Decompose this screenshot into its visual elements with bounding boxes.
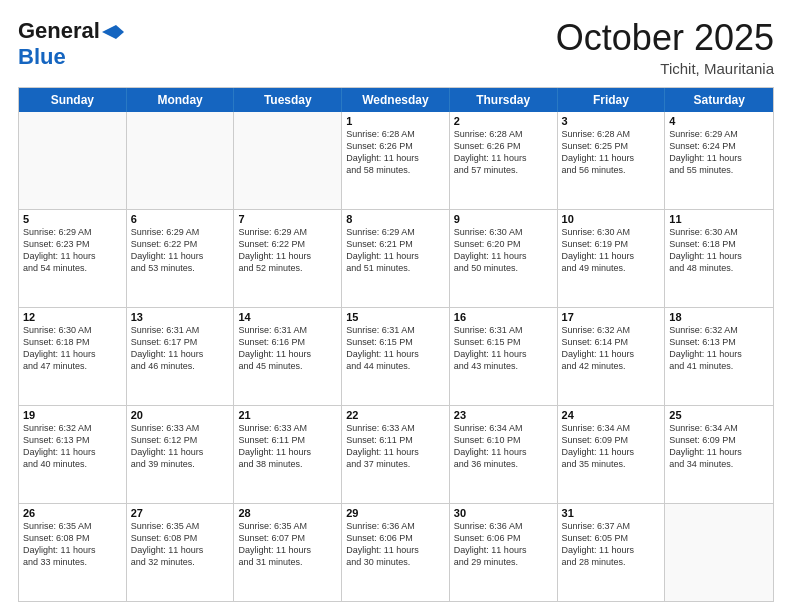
- calendar-cell-3-5: 16Sunrise: 6:31 AM Sunset: 6:15 PM Dayli…: [450, 308, 558, 405]
- day-info: Sunrise: 6:33 AM Sunset: 6:11 PM Dayligh…: [346, 422, 445, 471]
- calendar: SundayMondayTuesdayWednesdayThursdayFrid…: [18, 87, 774, 602]
- day-info: Sunrise: 6:32 AM Sunset: 6:13 PM Dayligh…: [669, 324, 769, 373]
- calendar-cell-3-4: 15Sunrise: 6:31 AM Sunset: 6:15 PM Dayli…: [342, 308, 450, 405]
- calendar-cell-5-1: 26Sunrise: 6:35 AM Sunset: 6:08 PM Dayli…: [19, 504, 127, 601]
- weekday-header-thursday: Thursday: [450, 88, 558, 112]
- logo-blue: Blue: [18, 44, 66, 69]
- day-info: Sunrise: 6:31 AM Sunset: 6:16 PM Dayligh…: [238, 324, 337, 373]
- calendar-cell-1-2: [127, 112, 235, 209]
- day-number: 14: [238, 311, 337, 323]
- day-number: 23: [454, 409, 553, 421]
- calendar-cell-5-4: 29Sunrise: 6:36 AM Sunset: 6:06 PM Dayli…: [342, 504, 450, 601]
- day-number: 6: [131, 213, 230, 225]
- location: Tichit, Mauritania: [556, 60, 774, 77]
- day-info: Sunrise: 6:34 AM Sunset: 6:10 PM Dayligh…: [454, 422, 553, 471]
- day-info: Sunrise: 6:33 AM Sunset: 6:12 PM Dayligh…: [131, 422, 230, 471]
- calendar-cell-5-7: [665, 504, 773, 601]
- calendar-cell-1-6: 3Sunrise: 6:28 AM Sunset: 6:25 PM Daylig…: [558, 112, 666, 209]
- calendar-cell-4-6: 24Sunrise: 6:34 AM Sunset: 6:09 PM Dayli…: [558, 406, 666, 503]
- calendar-cell-2-6: 10Sunrise: 6:30 AM Sunset: 6:19 PM Dayli…: [558, 210, 666, 307]
- day-number: 27: [131, 507, 230, 519]
- weekday-header-saturday: Saturday: [665, 88, 773, 112]
- header: General Blue October 2025 Tichit, Maurit…: [18, 18, 774, 77]
- day-info: Sunrise: 6:29 AM Sunset: 6:24 PM Dayligh…: [669, 128, 769, 177]
- weekday-header-tuesday: Tuesday: [234, 88, 342, 112]
- day-info: Sunrise: 6:29 AM Sunset: 6:21 PM Dayligh…: [346, 226, 445, 275]
- day-number: 5: [23, 213, 122, 225]
- weekday-header-wednesday: Wednesday: [342, 88, 450, 112]
- day-number: 11: [669, 213, 769, 225]
- calendar-row-4: 19Sunrise: 6:32 AM Sunset: 6:13 PM Dayli…: [19, 405, 773, 503]
- day-number: 20: [131, 409, 230, 421]
- logo-bird-icon: [102, 23, 124, 41]
- calendar-row-5: 26Sunrise: 6:35 AM Sunset: 6:08 PM Dayli…: [19, 503, 773, 601]
- day-number: 9: [454, 213, 553, 225]
- day-info: Sunrise: 6:34 AM Sunset: 6:09 PM Dayligh…: [562, 422, 661, 471]
- day-info: Sunrise: 6:32 AM Sunset: 6:14 PM Dayligh…: [562, 324, 661, 373]
- day-info: Sunrise: 6:30 AM Sunset: 6:19 PM Dayligh…: [562, 226, 661, 275]
- day-info: Sunrise: 6:33 AM Sunset: 6:11 PM Dayligh…: [238, 422, 337, 471]
- calendar-cell-2-7: 11Sunrise: 6:30 AM Sunset: 6:18 PM Dayli…: [665, 210, 773, 307]
- day-number: 28: [238, 507, 337, 519]
- day-number: 17: [562, 311, 661, 323]
- logo-general: General: [18, 18, 100, 44]
- day-number: 2: [454, 115, 553, 127]
- weekday-header-sunday: Sunday: [19, 88, 127, 112]
- calendar-cell-5-6: 31Sunrise: 6:37 AM Sunset: 6:05 PM Dayli…: [558, 504, 666, 601]
- day-info: Sunrise: 6:31 AM Sunset: 6:17 PM Dayligh…: [131, 324, 230, 373]
- day-number: 26: [23, 507, 122, 519]
- calendar-cell-4-4: 22Sunrise: 6:33 AM Sunset: 6:11 PM Dayli…: [342, 406, 450, 503]
- logo: General Blue: [18, 18, 124, 70]
- day-number: 22: [346, 409, 445, 421]
- day-info: Sunrise: 6:28 AM Sunset: 6:26 PM Dayligh…: [346, 128, 445, 177]
- calendar-cell-5-5: 30Sunrise: 6:36 AM Sunset: 6:06 PM Dayli…: [450, 504, 558, 601]
- day-info: Sunrise: 6:30 AM Sunset: 6:18 PM Dayligh…: [23, 324, 122, 373]
- day-number: 4: [669, 115, 769, 127]
- day-number: 15: [346, 311, 445, 323]
- calendar-body: 1Sunrise: 6:28 AM Sunset: 6:26 PM Daylig…: [19, 112, 773, 601]
- calendar-cell-4-2: 20Sunrise: 6:33 AM Sunset: 6:12 PM Dayli…: [127, 406, 235, 503]
- day-number: 8: [346, 213, 445, 225]
- day-info: Sunrise: 6:34 AM Sunset: 6:09 PM Dayligh…: [669, 422, 769, 471]
- calendar-row-3: 12Sunrise: 6:30 AM Sunset: 6:18 PM Dayli…: [19, 307, 773, 405]
- day-number: 13: [131, 311, 230, 323]
- day-info: Sunrise: 6:28 AM Sunset: 6:25 PM Dayligh…: [562, 128, 661, 177]
- calendar-cell-2-3: 7Sunrise: 6:29 AM Sunset: 6:22 PM Daylig…: [234, 210, 342, 307]
- day-number: 10: [562, 213, 661, 225]
- calendar-cell-1-4: 1Sunrise: 6:28 AM Sunset: 6:26 PM Daylig…: [342, 112, 450, 209]
- calendar-cell-4-1: 19Sunrise: 6:32 AM Sunset: 6:13 PM Dayli…: [19, 406, 127, 503]
- page: General Blue October 2025 Tichit, Maurit…: [0, 0, 792, 612]
- calendar-cell-2-4: 8Sunrise: 6:29 AM Sunset: 6:21 PM Daylig…: [342, 210, 450, 307]
- day-number: 3: [562, 115, 661, 127]
- day-info: Sunrise: 6:29 AM Sunset: 6:22 PM Dayligh…: [131, 226, 230, 275]
- day-info: Sunrise: 6:31 AM Sunset: 6:15 PM Dayligh…: [454, 324, 553, 373]
- day-info: Sunrise: 6:31 AM Sunset: 6:15 PM Dayligh…: [346, 324, 445, 373]
- day-info: Sunrise: 6:30 AM Sunset: 6:18 PM Dayligh…: [669, 226, 769, 275]
- calendar-cell-3-6: 17Sunrise: 6:32 AM Sunset: 6:14 PM Dayli…: [558, 308, 666, 405]
- day-number: 31: [562, 507, 661, 519]
- weekday-header-monday: Monday: [127, 88, 235, 112]
- day-info: Sunrise: 6:35 AM Sunset: 6:08 PM Dayligh…: [131, 520, 230, 569]
- day-info: Sunrise: 6:36 AM Sunset: 6:06 PM Dayligh…: [454, 520, 553, 569]
- calendar-cell-5-3: 28Sunrise: 6:35 AM Sunset: 6:07 PM Dayli…: [234, 504, 342, 601]
- calendar-cell-5-2: 27Sunrise: 6:35 AM Sunset: 6:08 PM Dayli…: [127, 504, 235, 601]
- calendar-cell-1-7: 4Sunrise: 6:29 AM Sunset: 6:24 PM Daylig…: [665, 112, 773, 209]
- day-number: 18: [669, 311, 769, 323]
- day-number: 7: [238, 213, 337, 225]
- calendar-cell-2-1: 5Sunrise: 6:29 AM Sunset: 6:23 PM Daylig…: [19, 210, 127, 307]
- day-number: 21: [238, 409, 337, 421]
- day-number: 12: [23, 311, 122, 323]
- day-number: 29: [346, 507, 445, 519]
- weekday-header-friday: Friday: [558, 88, 666, 112]
- day-info: Sunrise: 6:36 AM Sunset: 6:06 PM Dayligh…: [346, 520, 445, 569]
- day-number: 25: [669, 409, 769, 421]
- calendar-cell-4-3: 21Sunrise: 6:33 AM Sunset: 6:11 PM Dayli…: [234, 406, 342, 503]
- day-info: Sunrise: 6:29 AM Sunset: 6:23 PM Dayligh…: [23, 226, 122, 275]
- day-number: 16: [454, 311, 553, 323]
- day-number: 19: [23, 409, 122, 421]
- day-info: Sunrise: 6:37 AM Sunset: 6:05 PM Dayligh…: [562, 520, 661, 569]
- calendar-cell-3-7: 18Sunrise: 6:32 AM Sunset: 6:13 PM Dayli…: [665, 308, 773, 405]
- day-number: 1: [346, 115, 445, 127]
- calendar-header: SundayMondayTuesdayWednesdayThursdayFrid…: [19, 88, 773, 112]
- svg-marker-0: [102, 25, 124, 39]
